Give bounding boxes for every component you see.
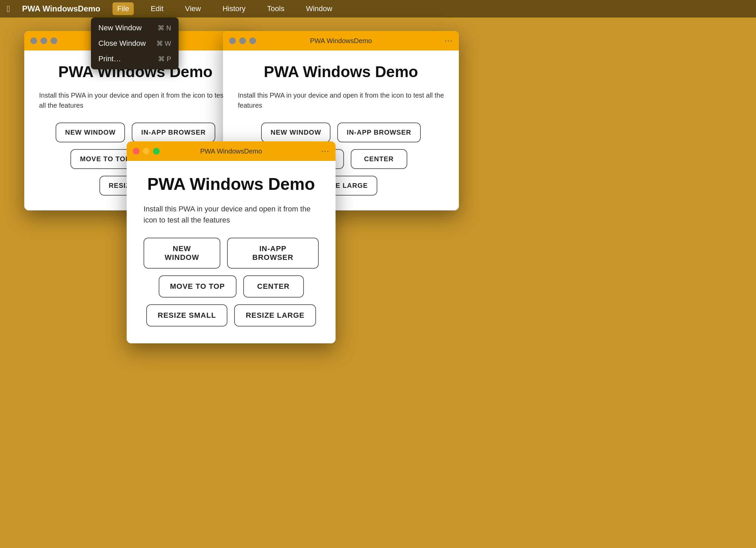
btn-row-2-1: NEW WINDOW IN-APP BROWSER xyxy=(261,123,420,142)
menu-item-close-window[interactable]: Close Window ⌘ W xyxy=(91,36,179,51)
menu-file[interactable]: File xyxy=(113,2,134,15)
pwa-heading-2: PWA Windows Demo xyxy=(238,63,444,81)
traffic-lights-2 xyxy=(229,37,256,44)
btn-new-window-3[interactable]: NEW WINDOW xyxy=(144,238,220,269)
titlebar-3: PWA WindowsDemo ··· xyxy=(127,141,336,161)
menu-item-print[interactable]: Print… ⌘ P xyxy=(91,51,179,67)
window-title-2: PWA WindowsDemo xyxy=(310,37,372,45)
close-button-1[interactable] xyxy=(30,37,37,44)
btn-grid-3: NEW WINDOW IN-APP BROWSER MOVE TO TOP CE… xyxy=(144,238,319,327)
pwa-desc-3: Install this PWA in your device and open… xyxy=(144,203,319,226)
window-more-2[interactable]: ··· xyxy=(445,36,453,45)
menu-item-new-window[interactable]: New Window ⌘ N xyxy=(91,20,179,36)
btn-new-window-1[interactable]: NEW WINDOW xyxy=(56,123,125,142)
pwa-desc-2: Install this PWA in your device and open… xyxy=(238,90,444,110)
minimize-button-2[interactable] xyxy=(239,37,246,44)
minimize-button-3[interactable] xyxy=(143,148,150,155)
menu-history[interactable]: History xyxy=(218,2,250,15)
window-title-3: PWA WindowsDemo xyxy=(200,147,262,155)
menu-window[interactable]: Window xyxy=(301,2,337,15)
file-dropdown-menu: New Window ⌘ N Close Window ⌘ W Print… ⌘… xyxy=(91,18,179,69)
window-more-3[interactable]: ··· xyxy=(321,147,329,156)
maximize-button-2[interactable] xyxy=(249,37,256,44)
pwa-heading-3: PWA Windows Demo xyxy=(144,174,319,194)
menu-view[interactable]: View xyxy=(180,2,206,15)
menubar:  PWA WindowsDemo File Edit View History… xyxy=(0,0,756,18)
pwa-window-3: PWA WindowsDemo ··· PWA Windows Demo Ins… xyxy=(127,141,336,343)
btn-resize-small-3[interactable]: RESIZE SMALL xyxy=(146,304,227,327)
traffic-lights-1 xyxy=(30,37,57,44)
btn-center-3[interactable]: CENTER xyxy=(243,275,304,298)
menu-edit[interactable]: Edit xyxy=(146,2,168,15)
btn-row-3-1: NEW WINDOW IN-APP BROWSER xyxy=(144,238,319,269)
traffic-lights-3 xyxy=(133,148,160,155)
new-window-shortcut: ⌘ N xyxy=(158,24,171,32)
btn-move-top-3[interactable]: MOVE TO TOP xyxy=(159,275,237,298)
minimize-button-1[interactable] xyxy=(40,37,47,44)
btn-resize-large-3[interactable]: RESIZE LARGE xyxy=(234,304,316,327)
new-window-label: New Window xyxy=(98,24,141,32)
titlebar-2: PWA WindowsDemo ··· xyxy=(223,31,459,50)
window-content-3: PWA Windows Demo Install this PWA in you… xyxy=(127,161,336,343)
close-window-shortcut: ⌘ W xyxy=(156,39,171,47)
btn-inapp-browser-2[interactable]: IN-APP BROWSER xyxy=(337,123,420,142)
apple-menu-icon[interactable]:  xyxy=(7,4,10,14)
btn-new-window-2[interactable]: NEW WINDOW xyxy=(261,123,330,142)
btn-row-3-3: RESIZE SMALL RESIZE LARGE xyxy=(146,304,316,327)
btn-center-2[interactable]: CENTER xyxy=(351,149,407,169)
pwa-desc-1: Install this PWA in your device and open… xyxy=(39,90,232,110)
print-shortcut: ⌘ P xyxy=(158,55,171,63)
menu-tools[interactable]: Tools xyxy=(262,2,289,15)
close-button-3[interactable] xyxy=(133,148,139,155)
maximize-button-1[interactable] xyxy=(51,37,57,44)
app-name-label: PWA WindowsDemo xyxy=(22,4,100,13)
print-label: Print… xyxy=(98,55,121,63)
maximize-button-3[interactable] xyxy=(153,148,160,155)
close-button-2[interactable] xyxy=(229,37,236,44)
close-window-label: Close Window xyxy=(98,39,146,48)
btn-row-1-1: NEW WINDOW IN-APP BROWSER xyxy=(56,123,215,142)
btn-inapp-browser-1[interactable]: IN-APP BROWSER xyxy=(132,123,215,142)
btn-row-3-2: MOVE TO TOP CENTER xyxy=(159,275,304,298)
btn-inapp-browser-3[interactable]: IN-APP BROWSER xyxy=(227,238,319,269)
